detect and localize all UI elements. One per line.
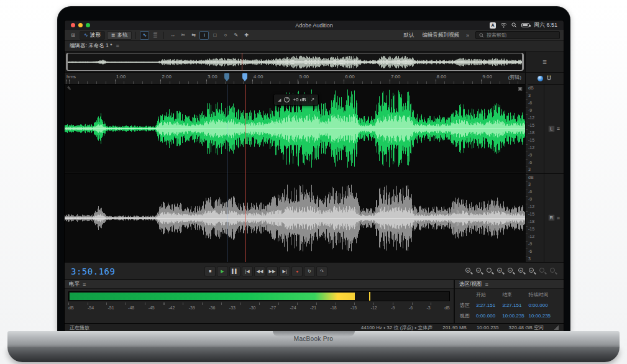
input-method-icon[interactable]: A xyxy=(490,22,496,29)
waveform-right-canvas[interactable] xyxy=(65,174,525,262)
hud-pin-icon[interactable]: ↗ xyxy=(311,97,315,102)
magnet-icon[interactable] xyxy=(546,75,552,81)
zoom-in-button[interactable]: + xyxy=(465,267,473,275)
editor-tab-title[interactable]: 编辑器: 未命名 1 * xyxy=(70,42,112,50)
zoom-to-selection-button[interactable] xyxy=(539,267,547,275)
volume-hud[interactable]: ◢ +0 dB ↗ xyxy=(273,94,319,106)
workspace-overflow-button[interactable]: » xyxy=(464,32,471,39)
stop-button[interactable]: ■ xyxy=(204,266,216,276)
overview-view-range-box[interactable] xyxy=(66,53,524,71)
waveform-view-toggle[interactable]: ∿ xyxy=(140,31,149,40)
snap-toggle-icon[interactable] xyxy=(538,76,543,81)
volume-ramp-icon: ◢ xyxy=(278,98,281,102)
right-channel-menu-icon[interactable]: ≡ xyxy=(557,215,560,221)
selection-view-title: 选区/视图 xyxy=(459,281,482,288)
macbook-base: MacBook Pro xyxy=(7,331,620,347)
zoom-out-button[interactable]: − xyxy=(475,267,483,275)
db-scale-label: -18 xyxy=(528,130,544,135)
slip-tool[interactable]: ⇆ xyxy=(189,31,198,40)
resize-grip[interactable] xyxy=(554,325,559,330)
window-controls xyxy=(71,23,90,27)
waveform-mode-button[interactable]: ∿ 波形 xyxy=(80,31,105,40)
skip-to-previous-button[interactable]: |◀ xyxy=(242,266,253,276)
ruler-tick-label: 4:00 xyxy=(254,74,263,80)
file-size-info: 201.95 MB xyxy=(442,325,467,330)
spot-healing-brush-tool[interactable]: ✚ xyxy=(242,31,251,40)
workspace-default-button[interactable]: 默认 xyxy=(400,32,417,39)
paintbrush-selection-tool[interactable]: ✎ xyxy=(231,31,240,40)
column-header-start: 开始 xyxy=(476,293,502,298)
menu-bar-clock[interactable]: 周六 6:51 xyxy=(534,21,557,29)
db-scale-label: dB xyxy=(528,175,544,180)
macbook-brand-label: MacBook Pro xyxy=(7,335,620,342)
volume-knob[interactable] xyxy=(284,97,290,102)
selection-end-value[interactable]: 3:27.151 xyxy=(502,303,528,309)
overview-navigator[interactable] xyxy=(65,52,525,73)
selection-marker[interactable] xyxy=(224,73,229,78)
lasso-selection-tool[interactable]: ○ xyxy=(221,31,230,40)
pause-button[interactable]: ▌▌ xyxy=(229,266,240,276)
fast-forward-button[interactable]: ▶▶ xyxy=(267,266,278,276)
right-channel-badge[interactable]: R xyxy=(548,214,555,221)
overview-options-icon[interactable]: ≣ xyxy=(542,59,547,65)
timeline-ruler[interactable]: hms (剪辑) 1:002:003:004:005:006:007:008:0… xyxy=(65,73,525,84)
multitrack-mode-label: 多轨 xyxy=(117,32,127,39)
level-scale-label: -30 xyxy=(249,306,255,310)
db-scale-label: -9 xyxy=(528,153,544,157)
razor-tool[interactable]: ✂ xyxy=(178,31,188,40)
playhead-marker[interactable] xyxy=(242,73,247,78)
loop-playback-button[interactable]: ↻ xyxy=(304,266,315,276)
audio-format-info: 44100 Hz • 32 位 (浮点) • 立体声 xyxy=(361,324,432,331)
help-search-input[interactable] xyxy=(487,32,556,38)
skip-to-next-button[interactable]: ▶| xyxy=(279,266,290,276)
db-scale-label: 3 xyxy=(528,93,544,98)
zoom-in-amplitude-button[interactable]: + xyxy=(518,267,526,275)
selection-duration-value[interactable]: 0:00.000 xyxy=(528,303,559,309)
level-meter[interactable] xyxy=(68,291,450,301)
minimize-window-button[interactable] xyxy=(78,23,83,27)
editor-right-gutter: ≣ dB3-6-9-12-15-18-15-12-9-63 L ≡ xyxy=(525,52,564,262)
record-button[interactable]: ● xyxy=(291,266,303,276)
zoom-out-amplitude-button[interactable]: − xyxy=(528,267,536,275)
snapshot-icon[interactable]: ▣ xyxy=(518,86,523,91)
panel-menu-icon[interactable]: ≡ xyxy=(116,43,119,49)
marquee-selection-tool[interactable]: □ xyxy=(210,31,219,40)
level-scale-label: -45 xyxy=(149,306,155,310)
rewind-button[interactable]: ◀◀ xyxy=(254,266,265,276)
right-channel-controls: R ≡ xyxy=(544,174,564,263)
view-end-value[interactable]: 10:00.235 xyxy=(502,314,528,319)
battery-icon[interactable] xyxy=(521,23,529,27)
left-channel-menu-icon[interactable]: ≡ xyxy=(557,125,560,132)
time-selection-tool[interactable]: I xyxy=(199,31,209,40)
waveform-area[interactable]: ✎ ▣ ◢ +0 dB ↗ xyxy=(65,84,525,262)
play-button[interactable]: ▶ xyxy=(217,266,228,276)
magnifier-lens-icon: + xyxy=(465,268,470,273)
playback-status: 正在播放 xyxy=(70,324,89,331)
left-channel-badge[interactable]: L xyxy=(548,125,555,132)
view-start-value[interactable]: 0:00.000 xyxy=(476,314,502,319)
zoom-reset-button[interactable] xyxy=(549,267,557,275)
help-search-box[interactable] xyxy=(475,31,560,39)
workspace-home-icon[interactable]: ⊞ xyxy=(68,31,78,40)
zoom-full-button[interactable] xyxy=(486,267,494,275)
selection-start-value[interactable]: 3:27.151 xyxy=(476,303,502,309)
edit-indicator-icon[interactable]: ✎ xyxy=(67,86,71,91)
zoom-window-button[interactable] xyxy=(86,23,90,27)
spotlight-search-icon[interactable] xyxy=(511,22,517,28)
close-window-button[interactable] xyxy=(71,23,75,27)
tool-group: ↔✂⇆I□○✎✚ xyxy=(168,31,251,40)
selection-view-menu-icon[interactable]: ≡ xyxy=(485,281,488,288)
skip-selection-button[interactable]: ↷ xyxy=(316,266,327,276)
move-tool[interactable]: ↔ xyxy=(168,31,177,40)
view-duration-value[interactable]: 10:00.235 xyxy=(528,314,559,319)
current-time-display[interactable]: 3:50.169 xyxy=(71,266,145,276)
zoom-out-time-button[interactable]: − xyxy=(507,267,515,275)
levels-panel-menu-icon[interactable]: ≡ xyxy=(83,281,86,288)
workspace-edit-audio-to-video-button[interactable]: 编辑音频到视频 xyxy=(419,32,462,39)
playhead-line xyxy=(245,84,245,262)
wifi-icon[interactable] xyxy=(500,22,507,28)
volume-hud-value[interactable]: +0 dB xyxy=(293,97,306,102)
zoom-in-time-button[interactable]: + xyxy=(497,267,505,275)
multitrack-mode-button[interactable]: ≣ 多轨 xyxy=(107,31,132,40)
spectral-view-toggle[interactable]: ▒ xyxy=(150,31,160,40)
